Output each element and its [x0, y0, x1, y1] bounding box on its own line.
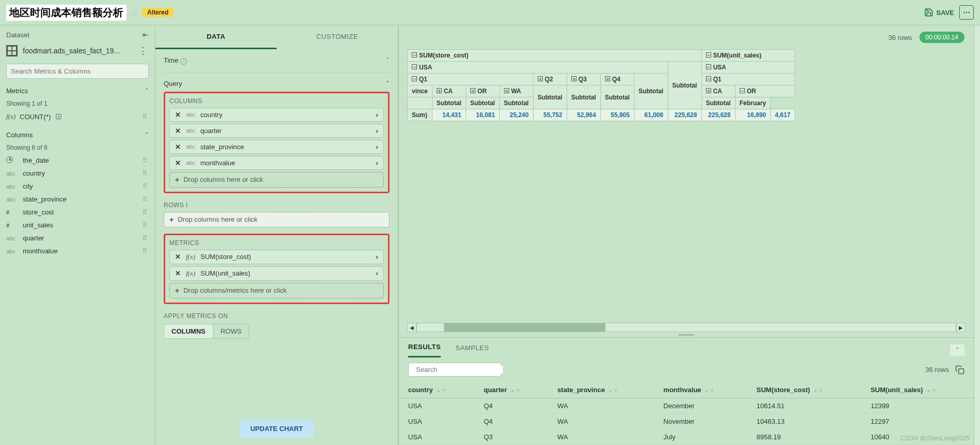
- remove-icon[interactable]: ✕: [175, 253, 181, 261]
- collapse-icon[interactable]: [412, 52, 417, 58]
- remove-icon[interactable]: ✕: [175, 127, 181, 135]
- vertical-scrollbar[interactable]: [974, 25, 980, 445]
- drop-columns[interactable]: + Drop columns here or click: [169, 172, 384, 188]
- metrics-section-header[interactable]: Metrics ˄: [6, 87, 149, 95]
- metric-pill[interactable]: ✕f(x)SUM(store_cost)›: [169, 250, 384, 264]
- search-input[interactable]: [11, 67, 144, 75]
- column-item[interactable]: abcstate_province⠿: [6, 195, 149, 203]
- results-table[interactable]: country▲▼quarter▲▼state_province▲▼monthv…: [399, 382, 974, 445]
- results-header[interactable]: SUM(store_cost)▲▼: [747, 382, 861, 398]
- text-icon: abc: [186, 111, 195, 118]
- collapse-icon[interactable]: [412, 76, 417, 81]
- collapse-results-icon[interactable]: ˅: [950, 344, 964, 356]
- save-icon: [924, 8, 933, 17]
- results-header[interactable]: country▲▼: [399, 382, 474, 398]
- results-header[interactable]: state_province▲▼: [548, 382, 654, 398]
- collapse-icon[interactable]: [706, 76, 711, 81]
- expand-icon[interactable]: [437, 88, 442, 93]
- fx-icon: f(x): [186, 269, 195, 278]
- table-row[interactable]: USAQ4WADecember10614.5112399: [399, 398, 974, 414]
- apply-columns-button[interactable]: COLUMNS: [164, 324, 213, 338]
- scroll-thumb[interactable]: [444, 323, 606, 332]
- column-pill[interactable]: ✕abcstate_province›: [169, 140, 384, 154]
- column-item[interactable]: abcmonthvalue⠿: [6, 247, 149, 255]
- rows-group-label: ROWSi: [164, 202, 390, 209]
- columns-section-header[interactable]: Columns ˄: [6, 131, 149, 139]
- text-icon: abc: [186, 127, 195, 134]
- dataset-menu-button[interactable]: ⋮: [138, 45, 149, 56]
- collapse-icon[interactable]: [740, 88, 745, 93]
- chevron-up-icon: ˄: [386, 80, 390, 88]
- results-header[interactable]: SUM(unit_sales)▲▼: [861, 382, 974, 398]
- copy-icon[interactable]: [955, 365, 964, 375]
- remove-icon[interactable]: ✕: [175, 111, 181, 119]
- column-pill[interactable]: ✕abccountry›: [169, 108, 384, 122]
- collapse-icon[interactable]: [706, 64, 711, 69]
- apply-metrics-label: APPLY METRICS ON: [164, 312, 390, 320]
- expand-icon[interactable]: [571, 76, 577, 81]
- save-button[interactable]: SAVE: [924, 8, 954, 17]
- column-pill[interactable]: ✕abcquarter›: [169, 124, 384, 138]
- favorite-star-icon[interactable]: ☆: [131, 8, 138, 18]
- pivot-table[interactable]: SUM(store_cost) SUM(unit_sales) USA Subt…: [407, 49, 795, 121]
- altered-badge[interactable]: Altered: [142, 8, 174, 17]
- text-icon: abc: [186, 160, 195, 166]
- expand-icon[interactable]: [706, 88, 711, 93]
- scroll-left-icon[interactable]: ◀: [407, 323, 416, 332]
- metric-item[interactable]: f(x) COUNT(*) ⠿: [6, 112, 149, 121]
- tab-customize[interactable]: CUSTOMIZE: [277, 25, 398, 49]
- columns-highlight: COLUMNS ✕abccountry›✕abcquarter›✕abcstat…: [164, 92, 390, 193]
- table-row[interactable]: USAQ4WANovember10463.1312297: [399, 414, 974, 429]
- column-item[interactable]: #store_cost⠿: [6, 208, 149, 216]
- results-header[interactable]: monthvalue▲▼: [654, 382, 747, 398]
- apply-rows-button[interactable]: ROWS: [213, 324, 249, 338]
- results-search-input[interactable]: [416, 366, 503, 374]
- collapse-icon[interactable]: [706, 52, 711, 58]
- column-item[interactable]: the_date⠿: [6, 156, 149, 164]
- query-section-header[interactable]: Query ˄: [164, 80, 390, 88]
- scroll-right-icon[interactable]: ▶: [956, 323, 965, 332]
- collapse-sidebar-icon[interactable]: ⇤: [142, 31, 149, 39]
- resize-handle[interactable]: [399, 332, 974, 337]
- drag-handle-icon: ⠿: [142, 182, 149, 190]
- sort-icon[interactable]: ▲▼: [510, 387, 521, 393]
- drop-rows[interactable]: + Drop columns here or click: [164, 212, 390, 227]
- more-menu-button[interactable]: [959, 5, 974, 20]
- expand-icon[interactable]: [504, 88, 509, 93]
- results-search[interactable]: [408, 363, 501, 377]
- dataset-name[interactable]: foodmart.ads_sales_fact_19...: [23, 47, 133, 55]
- search-metrics-columns[interactable]: [6, 64, 149, 79]
- text-icon: abc: [186, 143, 195, 150]
- text-icon: abc: [6, 170, 16, 177]
- metric-pill[interactable]: ✕f(x)SUM(unit_sales)›: [169, 266, 384, 281]
- expand-icon[interactable]: [470, 88, 475, 93]
- column-item[interactable]: #unit_sales⠿: [6, 221, 149, 229]
- sort-icon[interactable]: ▲▼: [608, 387, 618, 393]
- remove-icon[interactable]: ✕: [175, 143, 181, 151]
- drag-handle-icon: ⠿: [142, 113, 149, 121]
- tab-data[interactable]: DATA: [155, 25, 277, 49]
- horizontal-scrollbar[interactable]: ◀ ▶: [407, 323, 965, 332]
- expand-icon[interactable]: [605, 76, 610, 81]
- update-chart-button[interactable]: UPDATE CHART: [240, 420, 313, 438]
- sort-icon[interactable]: ▲▼: [704, 387, 715, 393]
- table-row[interactable]: USAQ3WAJuly8958.1910640: [399, 429, 974, 445]
- sort-icon[interactable]: ▲▼: [926, 387, 936, 393]
- expand-icon[interactable]: [538, 76, 543, 81]
- sort-icon[interactable]: ▲▼: [813, 387, 824, 393]
- column-item[interactable]: abcquarter⠿: [6, 234, 149, 242]
- collapse-icon[interactable]: [412, 64, 417, 69]
- results-header[interactable]: quarter▲▼: [474, 382, 548, 398]
- column-item[interactable]: abccountry⠿: [6, 169, 149, 177]
- plus-icon: +: [175, 176, 179, 184]
- tab-samples[interactable]: SAMPLES: [455, 344, 489, 357]
- sort-icon[interactable]: ▲▼: [436, 387, 446, 393]
- remove-icon[interactable]: ✕: [175, 159, 181, 167]
- apply-metrics-toggle[interactable]: COLUMNS ROWS: [164, 324, 249, 339]
- column-item[interactable]: abccity⠿: [6, 182, 149, 190]
- column-pill[interactable]: ✕abcmonthvalue›: [169, 156, 384, 170]
- drop-metrics[interactable]: + Drop columns/metrics here or click: [169, 283, 384, 298]
- tab-results[interactable]: RESULTS: [408, 343, 441, 357]
- time-section-header[interactable]: Timei ˅: [164, 56, 390, 65]
- remove-icon[interactable]: ✕: [175, 269, 181, 277]
